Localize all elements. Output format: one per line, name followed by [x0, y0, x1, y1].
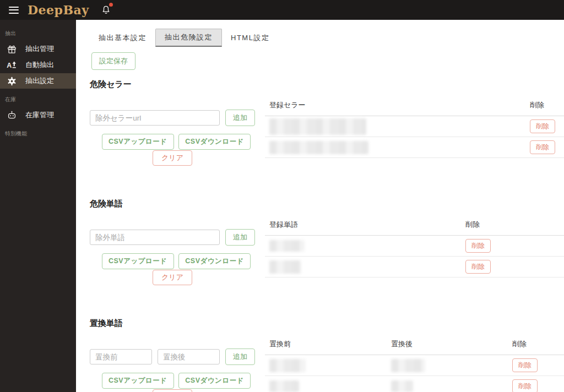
- delete-row-button[interactable]: 削除: [530, 119, 555, 133]
- redacted-word-value: [269, 240, 305, 252]
- column-header-registered-word: 登録単語: [265, 220, 461, 230]
- redacted-word-value: [269, 260, 301, 274]
- csv-download-button[interactable]: CSVダウンロード: [178, 134, 251, 150]
- column-header-replace-before: 置換前: [265, 339, 387, 349]
- add-word-button[interactable]: 追加: [225, 229, 255, 246]
- danger-seller-form: 追加 CSVアップロード CSVダウンロード クリア: [90, 94, 255, 166]
- sidebar-item-label: 抽出設定: [25, 76, 54, 86]
- sidebar-group-stock: 在庫: [0, 89, 76, 107]
- column-header-replace-after: 置換後: [387, 339, 508, 349]
- section-danger-words: 危険単語 追加 CSVアップロード CSVダウンロード クリア: [90, 199, 564, 285]
- settings-tabs: 抽出基本設定 抽出危険設定 HTML設定: [90, 29, 564, 47]
- delete-row-button[interactable]: 削除: [465, 260, 491, 274]
- redacted-after-value: [391, 359, 425, 372]
- sidebar: 抽出 抽出管理 A 自動抽出: [0, 20, 76, 392]
- section-title: 危険セラー: [90, 79, 564, 90]
- table-row: 削除: [265, 236, 564, 257]
- svg-text:A: A: [7, 62, 12, 69]
- csv-download-button[interactable]: CSVダウンロード: [178, 373, 251, 389]
- delete-row-button[interactable]: 削除: [465, 239, 491, 253]
- add-seller-button[interactable]: 追加: [225, 110, 255, 126]
- sidebar-group-extract: 抽出: [0, 23, 76, 41]
- exclude-seller-url-input[interactable]: [90, 110, 220, 126]
- sidebar-item-extract-management[interactable]: 抽出管理: [0, 41, 76, 57]
- gear-icon: [7, 76, 17, 86]
- replace-word-form: 追加 CSVアップロード CSVダウンロード クリア: [90, 333, 255, 392]
- sidebar-group-special: 特別機能: [0, 123, 76, 141]
- save-settings-button[interactable]: 設定保存: [91, 52, 135, 70]
- sidebar-item-stock-management[interactable]: 在庫管理: [0, 107, 76, 123]
- registered-sellers-table: 登録セラー 削除 削除 削除: [265, 94, 564, 166]
- hamburger-icon[interactable]: [9, 7, 19, 14]
- redacted-before-value: [269, 380, 299, 392]
- replace-before-input[interactable]: [90, 349, 152, 364]
- exclude-word-input[interactable]: [90, 230, 220, 245]
- notifications-button[interactable]: [100, 4, 112, 16]
- sidebar-item-auto-extract[interactable]: A 自動抽出: [0, 57, 76, 73]
- auto-extract-icon: A: [7, 60, 17, 70]
- table-row: 削除: [265, 257, 564, 277]
- main-content: 抽出基本設定 抽出危険設定 HTML設定 設定保存 危険セラー 追加 CSVアッ…: [76, 20, 564, 392]
- redacted-before-value: [269, 359, 306, 372]
- column-header-delete: 削除: [508, 339, 564, 349]
- clear-button[interactable]: クリア: [153, 270, 192, 285]
- table-row: 削除: [265, 137, 564, 158]
- tab-html-settings[interactable]: HTML設定: [222, 29, 278, 47]
- table-row: 削除: [265, 355, 564, 376]
- sidebar-item-extract-settings[interactable]: 抽出設定: [0, 73, 76, 89]
- notification-badge: [109, 3, 113, 7]
- delete-row-button[interactable]: 削除: [512, 379, 538, 392]
- registered-words-table: 登録単語 削除 削除 削除: [265, 214, 564, 285]
- robot-icon: [7, 110, 17, 121]
- sidebar-item-label: 在庫管理: [25, 110, 54, 120]
- redacted-seller-value: [269, 118, 366, 135]
- sidebar-item-label: 抽出管理: [25, 44, 54, 54]
- redacted-after-value: [391, 380, 413, 392]
- gift-icon: [7, 44, 17, 55]
- section-danger-sellers: 危険セラー 追加 CSVアップロード CSVダウンロード クリア: [90, 79, 564, 166]
- csv-upload-button[interactable]: CSVアップロード: [102, 373, 174, 389]
- table-row: 削除: [265, 376, 564, 392]
- section-title: 置換単語: [90, 318, 564, 329]
- table-row: 削除: [265, 116, 564, 137]
- clear-button[interactable]: クリア: [153, 389, 192, 392]
- tab-extract-danger-settings[interactable]: 抽出危険設定: [155, 29, 222, 47]
- redacted-seller-value: [269, 141, 368, 154]
- delete-row-button[interactable]: 削除: [512, 358, 538, 372]
- column-header-registered-seller: 登録セラー: [265, 100, 525, 110]
- sidebar-item-label: 自動抽出: [25, 60, 54, 70]
- csv-download-button[interactable]: CSVダウンロード: [178, 253, 251, 269]
- section-title: 危険単語: [90, 199, 564, 209]
- add-replacement-button[interactable]: 追加: [225, 349, 255, 365]
- section-replace-words: 置換単語 追加 CSVアップロード CSVダウンロード クリア: [90, 318, 564, 392]
- clear-button[interactable]: クリア: [153, 150, 192, 166]
- csv-upload-button[interactable]: CSVアップロード: [102, 253, 174, 269]
- delete-row-button[interactable]: 削除: [530, 140, 555, 154]
- csv-upload-button[interactable]: CSVアップロード: [102, 134, 174, 150]
- column-header-delete: 削除: [525, 100, 564, 110]
- column-header-delete: 削除: [461, 220, 564, 230]
- danger-word-form: 追加 CSVアップロード CSVダウンロード クリア: [90, 214, 255, 285]
- replacement-words-table: 置換前 置換後 削除 削除 削除: [265, 333, 564, 392]
- replace-after-input[interactable]: [158, 349, 220, 364]
- topbar: DeepBay: [0, 0, 564, 20]
- app-logo: DeepBay: [28, 4, 89, 16]
- tab-extract-basic-settings[interactable]: 抽出基本設定: [90, 29, 155, 47]
